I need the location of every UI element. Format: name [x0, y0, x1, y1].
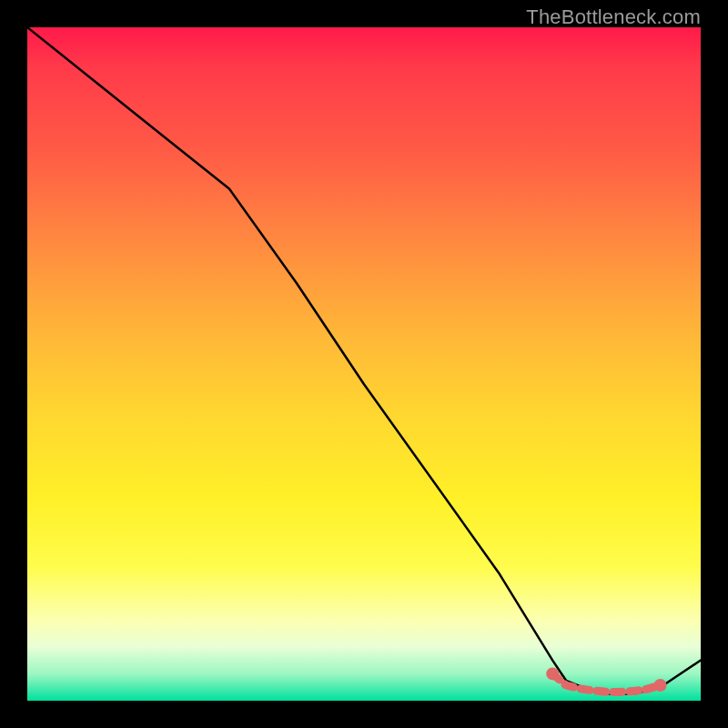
watermark-text: TheBottleneck.com [526, 5, 701, 29]
chart-frame: TheBottleneck.com [0, 0, 728, 728]
plot-area [27, 27, 701, 701]
gradient-background [27, 27, 701, 701]
